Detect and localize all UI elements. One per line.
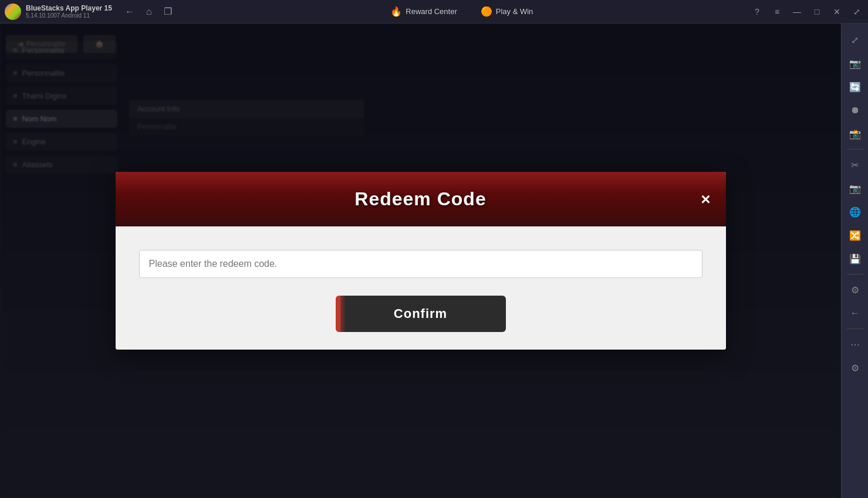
redeem-dialog: Redeem Code × Confirm bbox=[116, 172, 726, 350]
app-name: BlueStacks App Player 15 bbox=[26, 4, 112, 12]
window-controls: ? ≡ — □ ✕ ⤢ bbox=[748, 3, 866, 21]
expand-button[interactable]: ⤢ bbox=[848, 3, 866, 21]
sidebar-refresh-btn[interactable]: 🔄 bbox=[845, 76, 866, 97]
sidebar-divider-1 bbox=[847, 149, 863, 150]
main-content: ◀ Personnalite 🏠 ≡ Personnalite ≡ Person… bbox=[0, 23, 841, 498]
sidebar-divider-2 bbox=[847, 274, 863, 275]
sidebar-screenshot-btn[interactable]: 📸 bbox=[845, 123, 866, 144]
tabs-button[interactable]: ❐ bbox=[160, 4, 175, 19]
back-button[interactable]: ← bbox=[121, 4, 138, 19]
sidebar-back-btn[interactable]: ← bbox=[845, 303, 866, 324]
coin-icon: 🟠 bbox=[481, 6, 492, 17]
sidebar-camera-btn[interactable]: 📷 bbox=[845, 53, 866, 74]
sidebar-record-btn[interactable]: ⏺ bbox=[845, 100, 866, 121]
play-and-win-button[interactable]: 🟠 Play & Win bbox=[475, 4, 539, 19]
sidebar-crop-btn[interactable]: ✂ bbox=[845, 154, 866, 175]
confirm-button[interactable]: Confirm bbox=[336, 296, 506, 332]
nav-buttons: ← ⌂ ❐ bbox=[121, 4, 175, 19]
title-bar: BlueStacks App Player 15 5.14.10.1007 An… bbox=[0, 0, 868, 23]
redeem-code-input[interactable] bbox=[139, 250, 702, 278]
sidebar-expand-btn[interactable]: ⤢ bbox=[845, 29, 866, 50]
sidebar-location-btn[interactable]: 🌐 bbox=[845, 201, 866, 222]
reward-center-label: Reward Center bbox=[406, 7, 457, 16]
dialog-overlay: Redeem Code × Confirm bbox=[0, 23, 841, 498]
play-win-label: Play & Win bbox=[496, 7, 533, 16]
maximize-button[interactable]: □ bbox=[808, 3, 826, 21]
title-bar-center: 🔥 Reward Center 🟠 Play & Win bbox=[175, 4, 748, 19]
minimize-button[interactable]: — bbox=[788, 3, 806, 21]
sidebar-settings-btn[interactable]: ⚙ bbox=[845, 279, 866, 300]
help-button[interactable]: ? bbox=[748, 3, 766, 21]
dialog-close-button[interactable]: × bbox=[695, 189, 717, 210]
app-info: BlueStacks App Player 15 5.14.10.1007 An… bbox=[26, 4, 112, 19]
reward-center-button[interactable]: 🔥 Reward Center bbox=[384, 4, 462, 19]
sidebar-divider-3 bbox=[847, 328, 863, 329]
sidebar-storage-btn[interactable]: 💾 bbox=[845, 248, 866, 269]
right-sidebar: ⤢ 📷 🔄 ⏺ 📸 ✂ 📷 🌐 🔀 💾 ⚙ ← ⋯ ⚙ bbox=[841, 0, 868, 498]
sidebar-config-btn[interactable]: ⚙ bbox=[845, 357, 866, 378]
sidebar-cam2-btn[interactable]: 📷 bbox=[845, 178, 866, 199]
dialog-body: Confirm bbox=[116, 226, 726, 350]
dialog-header: Redeem Code × bbox=[116, 172, 726, 226]
app-version: 5.14.10.1007 Android 11 bbox=[26, 12, 112, 19]
sidebar-gyro-btn[interactable]: 🔀 bbox=[845, 225, 866, 246]
close-button[interactable]: ✕ bbox=[828, 3, 846, 21]
menu-button[interactable]: ≡ bbox=[768, 3, 786, 21]
app-logo bbox=[5, 4, 21, 20]
home-button[interactable]: ⌂ bbox=[143, 4, 156, 19]
sidebar-more-btn[interactable]: ⋯ bbox=[845, 334, 866, 355]
dialog-title: Redeem Code bbox=[354, 188, 486, 210]
fire-icon: 🔥 bbox=[390, 6, 402, 17]
